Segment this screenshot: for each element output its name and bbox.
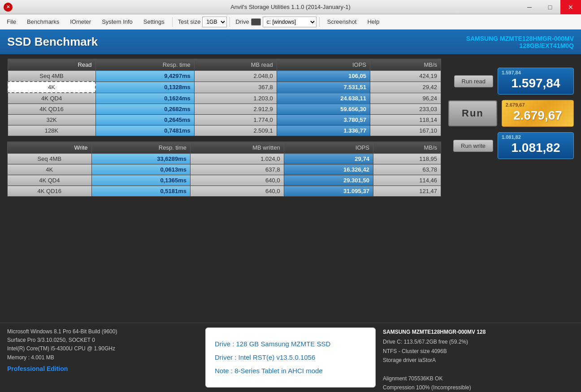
menu-settings[interactable]: Settings — [139, 16, 169, 27]
row-label: Seq 4MB — [8, 154, 92, 164]
row-resp: 0,2682ms — [95, 104, 194, 115]
run-group: Run 2.679,67 2.679,67 — [448, 100, 574, 127]
row-mb: 2.509,1 — [194, 125, 277, 136]
row-mbs: 96,24 — [370, 93, 441, 104]
drive-label: Drive — [235, 18, 249, 25]
total-score-label: 2.679,67 — [506, 102, 525, 108]
device-name: SAMSUNG MZMTE128HMGR-000MV — [466, 35, 574, 42]
footer-right-line6: Compression 100% (Incompressible) — [383, 383, 574, 392]
read-header-mbs: MB/s — [370, 59, 441, 71]
write-score-value: 1.081,82 — [505, 141, 566, 155]
table-row: 4K QD4 0,1365ms 640,0 29.301,50 114,46 — [8, 175, 441, 186]
write-score-box: 1.081,82 1.081,82 — [498, 132, 574, 159]
read-score-value: 1.597,84 — [505, 76, 566, 90]
row-mbs: 118,95 — [373, 154, 441, 164]
row-mbs: 424,19 — [370, 71, 441, 82]
menu-iometer[interactable]: IOmeter — [65, 16, 96, 27]
write-header-label: Write — [8, 142, 92, 154]
run-button[interactable]: Run — [448, 100, 497, 126]
close-button[interactable]: ✕ — [560, 0, 581, 14]
sys-line2: Surface Pro 3/3.10.0250, SOCKET 0 — [7, 336, 198, 345]
device-info: SAMSUNG MZMTE128HMGR-000MV 128GB/EXT41M0… — [466, 35, 574, 49]
footer-right-line1: Drive C: 113.5/67.2GB free (59.2%) — [383, 337, 574, 346]
table-row: 4K 0,0613ms 637,8 16.326,42 63,78 — [8, 164, 441, 175]
row-mbs: 114,46 — [373, 175, 441, 186]
row-mbs: 63,78 — [373, 164, 441, 175]
run-write-group: Run write 1.081,82 1.081,82 — [448, 132, 574, 159]
menu-benchmarks[interactable]: Benchmarks — [22, 16, 64, 27]
footer-left: Microsoft Windows 8.1 Pro 64-Bit Build (… — [7, 327, 198, 388]
read-table: Read Resp. time MB read IOPS MB/s Seq 4M… — [7, 59, 441, 136]
row-mb: 2.048,0 — [194, 71, 277, 82]
read-header-iops: IOPS — [277, 59, 370, 71]
footer-right-line5: Alignment 705536KB OK — [383, 374, 574, 383]
sys-line4: Memory : 4.001 MB — [7, 353, 198, 362]
row-mb: 640,0 — [190, 186, 284, 197]
test-size-label: Test size — [178, 18, 201, 25]
table-row: 4K QD16 0,2682ms 2.912,9 59.656,30 233,0… — [8, 104, 441, 115]
row-mbs: 233,03 — [370, 104, 441, 115]
row-resp: 33,6289ms — [91, 154, 190, 164]
app-icon: ✕ — [4, 3, 13, 12]
menu-file[interactable]: File — [2, 16, 21, 27]
menu-system-info[interactable]: System Info — [97, 16, 138, 27]
row-resp: 0,1365ms — [91, 175, 190, 186]
row-mbs: 121,47 — [373, 186, 441, 197]
row-label: 32K — [8, 115, 95, 125]
footer-center-line3: Note : 8-Series Tablet in AHCI mode — [215, 366, 366, 376]
menu-separator3 — [319, 17, 320, 27]
row-resp: 9,4297ms — [95, 71, 194, 82]
row-label: 4K QD16 — [8, 104, 95, 115]
total-score-box: 2.679,67 2.679,67 — [502, 100, 574, 127]
table-row: Seq 4MB 33,6289ms 1.024,0 29,74 118,95 — [8, 154, 441, 164]
sys-line3: Intel(R) Core(TM) i5-4300U CPU @ 1.90GHz — [7, 345, 198, 353]
row-iops: 3.780,57 — [277, 115, 370, 125]
minimize-button[interactable]: ─ — [519, 0, 540, 14]
row-iops: 7.531,51 — [277, 82, 370, 93]
run-read-button[interactable]: Run read — [454, 75, 493, 87]
read-score-label: 1.597,84 — [502, 70, 521, 75]
menu-separator — [172, 17, 173, 27]
right-panel: Run read 1.597,84 1.597,84 Run 2.679,67 … — [448, 59, 574, 318]
table-row: 32K 0,2645ms 1.774,0 3.780,57 118,14 — [8, 115, 441, 125]
row-mb: 640,0 — [190, 175, 284, 186]
row-iops: 59.656,30 — [277, 104, 370, 115]
menu-separator2 — [230, 17, 230, 27]
row-label: 4K QD16 — [8, 186, 92, 197]
row-label: 4K — [8, 164, 92, 175]
drive-group: Drive c: [windows] — [233, 17, 316, 27]
test-size-select[interactable]: 1GB — [202, 17, 227, 27]
run-write-button[interactable]: Run write — [453, 140, 493, 152]
table-row: 128K 0,7481ms 2.509,1 1.336,77 167,10 — [8, 125, 441, 136]
row-iops: 29.301,50 — [284, 175, 373, 186]
menu-help[interactable]: Help — [362, 16, 384, 27]
menu-bar: File Benchmarks IOmeter System Info Sett… — [0, 14, 581, 30]
row-mb: 637,8 — [190, 164, 284, 175]
row-mb: 2.912,9 — [194, 104, 277, 115]
footer-center-line2: Driver : Intel RST(e) v13.5.0.1056 — [215, 352, 366, 363]
device-model: 128GB/EXT41M0Q — [466, 42, 574, 49]
read-header-mb: MB read — [194, 59, 277, 71]
row-resp: 0,5181ms — [91, 186, 190, 197]
row-iops: 1.336,77 — [277, 125, 370, 136]
menu-screenshot[interactable]: Screenshot — [322, 16, 362, 27]
read-score-box: 1.597,84 1.597,84 — [498, 68, 574, 95]
read-header-resp: Resp. time — [95, 59, 194, 71]
row-mbs: 29,42 — [370, 82, 441, 93]
main-content: Read Resp. time MB read IOPS MB/s Seq 4M… — [0, 54, 581, 323]
row-label: 128K — [8, 125, 95, 136]
page-title: SSD Benchmark — [7, 35, 98, 49]
row-iops: 16.326,42 — [284, 164, 373, 175]
row-resp: 0,7481ms — [95, 125, 194, 136]
row-mbs: 167,10 — [370, 125, 441, 136]
write-header-mbs: MB/s — [373, 142, 441, 154]
row-mb: 1.774,0 — [194, 115, 277, 125]
table-row: Seq 4MB 9,4297ms 2.048,0 106,05 424,19 — [8, 71, 441, 82]
write-header-mb: MB written — [190, 142, 284, 154]
maximize-button[interactable]: □ — [540, 0, 560, 14]
row-iops: 106,05 — [277, 71, 370, 82]
run-read-group: Run read 1.597,84 1.597,84 — [448, 68, 574, 95]
row-mb: 1.203,0 — [194, 93, 277, 104]
drive-select[interactable]: c: [windows] — [263, 17, 317, 27]
tables-area: Read Resp. time MB read IOPS MB/s Seq 4M… — [7, 59, 441, 318]
